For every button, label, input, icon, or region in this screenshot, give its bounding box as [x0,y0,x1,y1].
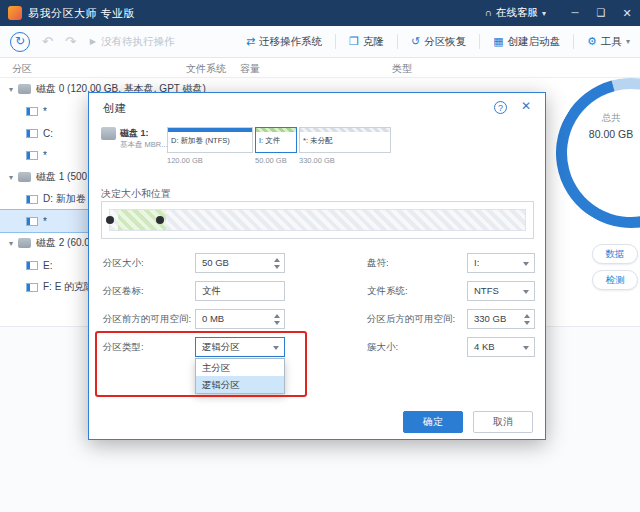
migrate-os-button[interactable]: ⇄ 迁移操作系统 [246,35,322,49]
strip-segment-d[interactable]: D: 新加卷 (NTFS) 120.00 GB [167,127,253,165]
column-capacity: 容量 [240,62,260,76]
pending-operations-button[interactable]: ▶ 没有待执行操作 [90,35,175,49]
clone-button[interactable]: ❐ 克隆 [349,35,384,49]
dropdown-option-primary[interactable]: 主分区 [196,359,284,376]
chevron-down-icon [523,262,529,266]
partition-size-value: 50 GB [202,257,229,268]
pending-operations-label: 没有待执行操作 [101,35,175,49]
stepper-arrows[interactable] [274,258,280,269]
total-label: 总共 [582,112,640,125]
create-boot-disk-button[interactable]: ▦ 创建启动盘 [493,35,560,49]
tools-button[interactable]: ⚙ 工具 ▾ [587,35,630,49]
segment-color-band [256,128,296,132]
cluster-size-select[interactable]: 4 KB [467,337,535,357]
partition-type-value: 逻辑分区 [202,341,240,352]
tools-label: 工具 [601,35,622,49]
partition-row-label: * [43,150,47,161]
partition-type-dropdown: 主分区 逻辑分区 [195,358,285,394]
partition-type-select[interactable]: 逻辑分区 [195,337,285,357]
space-after-input[interactable]: 330 GB [467,309,535,329]
ok-button[interactable]: 确定 [403,411,463,433]
space-after-label: 分区后方的可用空间: [367,313,455,326]
disk-check-pill-button[interactable]: 检测 [592,270,638,290]
data-pill-label: 数据 [606,248,625,261]
stepper-arrows[interactable] [274,314,280,325]
space-before-input[interactable]: 0 MB [195,309,285,329]
volume-label-value: 文件 [202,285,221,296]
segment-color-band [300,128,390,132]
slider-handle-right[interactable] [156,216,164,224]
chevron-down-icon: ▾ [626,37,630,46]
partition-row-label: C: [43,128,53,139]
partition-icon [26,195,38,204]
capacity-summary: 总共 80.00 GB [582,112,640,140]
undo-button[interactable]: ↶ [42,34,53,49]
dropdown-option-logical[interactable]: 逻辑分区 [196,376,284,393]
stepper-arrows[interactable] [524,314,530,325]
drive-letter-select[interactable]: I: [467,253,535,273]
dialog-title: 创建 [103,101,126,116]
online-support-button[interactable]: ∩ 在线客服 ▾ [485,6,546,20]
volume-label-input[interactable]: 文件 [195,281,285,301]
column-partition: 分区 [12,62,32,76]
maximize-button[interactable]: ❑ [588,0,614,26]
disk-icon [18,84,31,94]
partition-recovery-button[interactable]: ↺ 分区恢复 [411,35,466,49]
slider-handle-left[interactable] [106,216,114,224]
minimize-button[interactable]: ─ [562,0,588,26]
partition-icon [26,151,38,160]
partition-icon [26,283,38,292]
filesystem-select[interactable]: NTFS [467,281,535,301]
redo-button[interactable]: ↷ [65,34,76,49]
table-header: 分区 文件系统 容量 类型 [0,58,640,78]
dialog-close-icon[interactable]: ✕ [521,99,531,113]
app-window: 易我分区大师 专业版 ∩ 在线客服 ▾ ─ ❑ ✕ ↻ ↶ ↷ ▶ 没有待执行操… [0,0,640,512]
help-icon[interactable]: ? [494,101,507,114]
segment-label: *: 未分配 [303,136,388,146]
refresh-button[interactable]: ↻ [10,32,30,52]
toolbar-divider [573,34,574,49]
disk-name: 磁盘 1: [120,127,168,140]
chevron-down-icon[interactable]: ▾ [4,239,18,248]
titlebar: 易我分区大师 专业版 ∩ 在线客服 ▾ ─ ❑ ✕ [0,0,640,26]
cancel-button[interactable]: 取消 [473,411,533,433]
slider-track[interactable] [109,209,526,231]
headset-icon: ∩ [485,8,492,18]
strip-segment-new[interactable]: I: 文件 50.00 GB [255,127,297,165]
column-type: 类型 [392,62,412,76]
partition-recovery-label: 分区恢复 [424,35,466,49]
chevron-down-icon: ▾ [542,9,546,18]
partition-row-label: D: 新加卷 [43,192,86,206]
app-title: 易我分区大师 专业版 [28,6,135,21]
segment-size: 50.00 GB [255,156,297,165]
create-boot-disk-label: 创建启动盘 [508,35,561,49]
partition-size-slider[interactable] [101,201,534,239]
hard-disk-icon [101,127,116,140]
column-filesystem: 文件系统 [186,62,226,76]
chevron-down-icon[interactable]: ▾ [4,85,18,94]
clone-label: 克隆 [363,35,384,49]
volume-label-label: 分区卷标: [103,285,144,298]
partition-row-label: * [43,216,47,227]
total-value: 80.00 GB [582,128,640,140]
disk-icon [18,238,31,248]
drive-letter-label: 盘符: [367,257,389,270]
segment-color-band [168,128,252,132]
segment-label: D: 新加卷 (NTFS) [171,136,250,146]
partition-size-input[interactable]: 50 GB [195,253,285,273]
segment-size: 330.00 GB [299,156,391,165]
toolbar-divider [479,34,480,49]
partition-icon [26,261,38,270]
partition-row-label: E: [43,260,52,271]
cluster-size-label: 簇大小: [367,341,398,354]
disk-type: 基本盘 MBR... [120,140,168,150]
online-support-label: 在线客服 [496,6,538,20]
chevron-down-icon[interactable]: ▾ [4,173,18,182]
close-button[interactable]: ✕ [614,0,640,26]
boot-disk-icon: ▦ [493,35,503,48]
create-partition-dialog: 创建 ? ✕ 磁盘 1: 基本盘 MBR... D: 新加卷 (NTFS) 12… [88,92,546,440]
toolbar-divider [397,34,398,49]
strip-segment-unallocated[interactable]: *: 未分配 330.00 GB [299,127,391,165]
chevron-down-icon [273,346,279,350]
data-recovery-pill-button[interactable]: 数据 [592,244,638,264]
